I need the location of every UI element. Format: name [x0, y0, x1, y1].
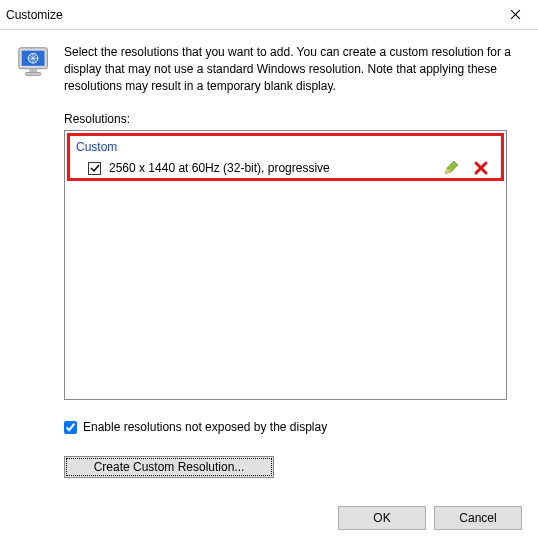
enable-resolutions-label: Enable resolutions not exposed by the di…	[83, 420, 327, 434]
enable-resolutions-row: Enable resolutions not exposed by the di…	[64, 420, 522, 434]
pencil-icon	[443, 160, 459, 176]
highlight-frame: Custom 2560 x 1440 at 60Hz (32-bit), pro…	[67, 133, 504, 181]
close-icon	[510, 9, 521, 20]
ok-button[interactable]: OK	[338, 506, 426, 530]
monitor-icon	[16, 44, 54, 82]
intro-row: Select the resolutions that you want to …	[16, 44, 522, 94]
intro-text: Select the resolutions that you want to …	[64, 44, 522, 94]
resolution-item[interactable]: 2560 x 1440 at 60Hz (32-bit), progressiv…	[70, 156, 501, 180]
resolutions-listbox[interactable]: Custom 2560 x 1440 at 60Hz (32-bit), pro…	[64, 130, 507, 400]
svg-rect-4	[26, 73, 41, 76]
enable-resolutions-checkbox[interactable]	[64, 421, 77, 434]
cancel-button[interactable]: Cancel	[434, 506, 522, 530]
svg-rect-3	[29, 69, 37, 73]
dialog-footer: OK Cancel	[338, 506, 522, 530]
resolution-group-header: Custom	[70, 136, 501, 156]
close-button[interactable]	[492, 0, 538, 30]
dialog-content: Select the resolutions that you want to …	[0, 30, 538, 478]
check-icon	[90, 163, 100, 173]
create-custom-resolution-button[interactable]: Create Custom Resolution...	[64, 456, 274, 478]
create-button-wrap: Create Custom Resolution...	[64, 456, 522, 478]
resolutions-label: Resolutions:	[64, 112, 522, 126]
delete-resolution-button[interactable]	[473, 160, 489, 176]
resolution-text: 2560 x 1440 at 60Hz (32-bit), progressiv…	[109, 161, 435, 175]
edit-resolution-button[interactable]	[443, 160, 459, 176]
titlebar: Customize	[0, 0, 538, 30]
window-title: Customize	[6, 8, 63, 22]
delete-icon	[473, 160, 489, 176]
resolution-checkbox[interactable]	[88, 162, 101, 175]
